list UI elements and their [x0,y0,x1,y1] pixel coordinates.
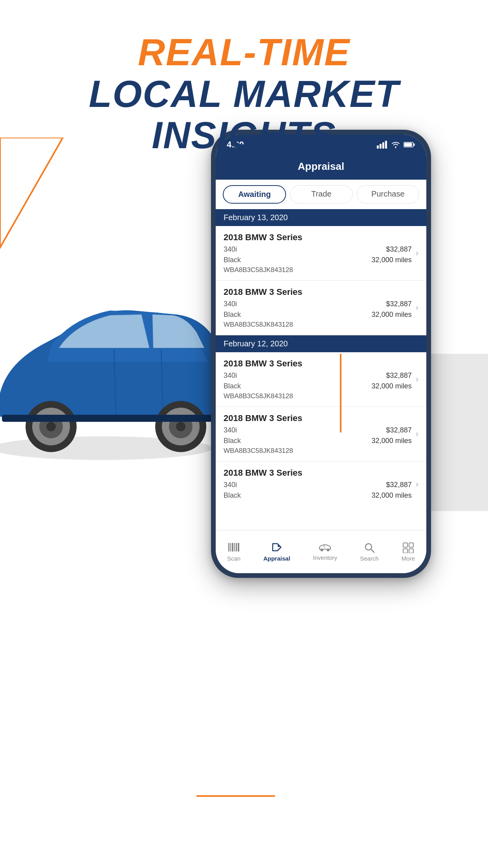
vehicle-info: 2018 BMW 3 Series 340i Black $32,887 32,… [224,468,412,501]
vehicle-vin: WBA8B3C58JK843128 [224,266,412,274]
tabs-row: Awaiting Trade Purchase [216,180,426,209]
nav-appraisal-label: Appraisal [263,555,290,562]
nav-search-label: Search [360,555,379,562]
vehicle-info: 2018 BMW 3 Series 340i Black $32,887 32,… [224,232,412,274]
car-illustration [0,212,244,527]
vehicle-detail-left: 340i Black [224,299,241,320]
svg-point-27 [278,545,280,547]
svg-rect-36 [409,549,413,553]
phone-mockup: 4:20 [211,130,431,578]
chevron-right-icon: › [416,248,418,258]
nav-appraisal[interactable]: Appraisal [263,542,290,562]
vehicle-detail-right: $32,887 32,000 miles [372,480,412,501]
search-icon [364,542,375,553]
nav-scan[interactable]: Scan [227,542,240,562]
bottom-orange-accent [196,795,275,797]
vehicle-detail-row: 340i Black $32,887 32,000 miles [224,370,412,392]
vehicle-detail-row: 340i Black $32,887 32,000 miles [224,244,412,265]
headline-line1: REAL-TIME [0,31,488,73]
svg-rect-26 [238,543,239,552]
nav-more[interactable]: More [402,542,415,562]
vehicle-name: 2018 BMW 3 Series [224,287,412,297]
date-separator-1: February 13, 2020 [216,209,426,226]
vehicle-info: 2018 BMW 3 Series 340i Black $32,887 32,… [224,359,412,400]
chevron-right-icon: › [416,303,418,313]
svg-rect-21 [228,543,229,552]
vehicle-detail-right: $32,887 32,000 miles [372,425,412,446]
vehicle-name: 2018 BMW 3 Series [224,468,412,478]
svg-rect-22 [230,543,231,552]
vehicle-detail-left: 340i Black [224,370,241,392]
headline-line2: LOCAL MARKET INSIGHTS [0,73,488,156]
vehicle-detail-right: $32,887 32,000 miles [372,299,412,320]
bottom-nav: Scan Appraisal Inven [216,530,426,573]
vehicle-item[interactable]: 2018 BMW 3 Series 340i Black $32,887 32,… [216,407,426,462]
tag-icon [270,542,283,553]
vehicle-vin: WBA8B3C58JK843128 [224,321,412,329]
phone-outer: 4:20 [211,130,431,578]
vehicle-detail-left: 340i Black [224,480,241,501]
grid-icon [402,542,414,553]
headline-section: REAL-TIME LOCAL MARKET INSIGHTS [0,0,488,172]
date-separator-2: February 12, 2020 [216,335,426,352]
vehicle-detail-left: 340i Black [224,244,241,265]
chevron-right-icon: › [416,374,418,384]
svg-rect-23 [232,543,233,552]
svg-rect-12 [2,415,228,422]
vehicle-item[interactable]: 2018 BMW 3 Series 340i Black $32,887 32,… [216,462,426,507]
svg-rect-33 [403,543,407,547]
nav-inventory-label: Inventory [313,554,338,561]
vehicle-vin: WBA8B3C58JK843128 [224,392,412,400]
chevron-right-icon: › [416,479,418,489]
vehicle-item[interactable]: 2018 BMW 3 Series 340i Black $32,887 32,… [216,281,426,335]
svg-point-7 [46,422,56,431]
phone-inner: 4:20 [216,134,426,573]
svg-point-11 [176,422,185,431]
nav-scan-label: Scan [227,555,240,562]
tab-trade[interactable]: Trade [290,185,352,204]
svg-rect-24 [234,543,235,552]
vehicle-detail-right: $32,887 32,000 miles [372,370,412,392]
vehicle-item[interactable]: 2018 BMW 3 Series 340i Black $32,887 32,… [216,352,426,407]
vehicle-name: 2018 BMW 3 Series [224,413,412,423]
nav-inventory[interactable]: Inventory [313,543,338,561]
vehicle-name: 2018 BMW 3 Series [224,359,412,369]
svg-point-28 [321,548,323,551]
vehicle-detail-left: 340i Black [224,425,241,446]
vehicle-detail-row: 340i Black $32,887 32,000 miles [224,425,412,446]
chevron-right-icon: › [416,429,418,439]
vehicle-detail-row: 340i Black $32,887 32,000 miles [224,480,412,501]
svg-rect-35 [403,549,407,553]
vehicle-item[interactable]: 2018 BMW 3 Series 340i Black $32,887 32,… [216,226,426,281]
tab-awaiting[interactable]: Awaiting [223,185,286,204]
orange-accent-right [331,354,350,432]
nav-search[interactable]: Search [360,542,379,562]
svg-line-32 [371,549,374,552]
vehicle-vin: WBA8B3C58JK843128 [224,447,412,455]
svg-point-29 [327,548,330,551]
tab-purchase[interactable]: Purchase [357,185,419,204]
car-icon [318,543,332,552]
nav-more-label: More [402,555,415,562]
vehicle-name: 2018 BMW 3 Series [224,232,412,243]
vehicle-detail-right: $32,887 32,000 miles [372,244,412,265]
vehicle-info: 2018 BMW 3 Series 340i Black $32,887 32,… [224,413,412,455]
vehicle-detail-row: 340i Black $32,887 32,000 miles [224,299,412,320]
svg-rect-25 [236,543,237,552]
svg-rect-34 [409,543,413,547]
vehicle-info: 2018 BMW 3 Series 340i Black $32,887 32,… [224,287,412,329]
barcode-icon [227,542,240,553]
